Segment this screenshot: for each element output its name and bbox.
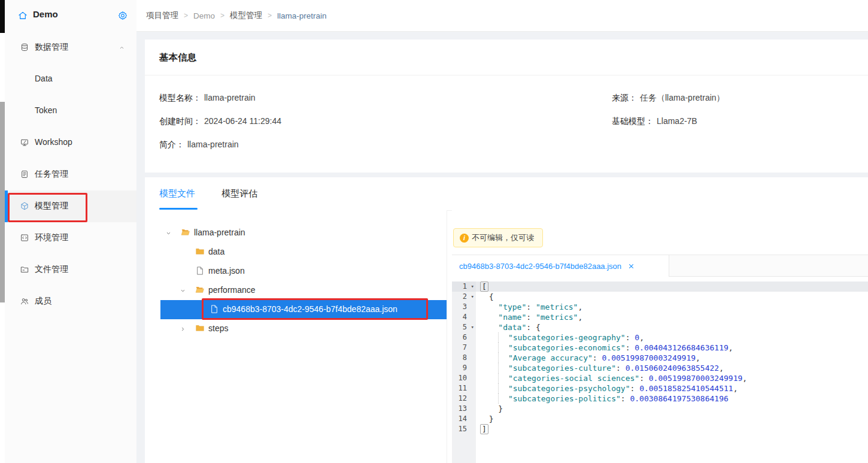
sidebar-item-label: 文件管理: [35, 264, 68, 275]
readonly-warning-text: 不可编辑，仅可读: [472, 232, 534, 243]
gutter-line-number: 5▾: [452, 322, 476, 332]
sidebar: Demo 数据管理DataTokenWorkshop任务管理模型管理环境管理文件…: [5, 0, 136, 463]
gutter-line-number: 15: [452, 424, 476, 434]
field-label: 模型名称：: [159, 93, 201, 102]
tree-row-steps[interactable]: steps: [145, 319, 447, 338]
code-line-15: 15]: [452, 424, 868, 434]
code-line-content: "subcategories-culture": 0.0150602409638…: [476, 363, 868, 373]
info-field: 简介：llama-pretrain: [159, 140, 239, 150]
model-detail-card: 模型文件 模型评估 llama-pretraindatameta.jsonper…: [145, 177, 868, 463]
sidebar-item-data-mgmt[interactable]: 数据管理: [5, 32, 136, 63]
tree-row-performance[interactable]: performance: [145, 281, 447, 300]
breadcrumb-item[interactable]: 项目管理: [146, 10, 178, 21]
fold-arrow-icon[interactable]: ▾: [471, 292, 474, 302]
sidebar-item-data[interactable]: Data: [5, 63, 136, 95]
code-line-12: 12 "subcategories-politics": 0.003086419…: [452, 394, 868, 404]
field-label: 基础模型：: [612, 116, 654, 126]
code-line-3: 3 "type": "metrics",: [452, 302, 868, 312]
folder-open-icon: [195, 285, 205, 295]
code-line-2: 2▾ {: [452, 292, 868, 302]
code-line-7: 7 "subcategories-economics": 0.004043126…: [452, 343, 868, 353]
cube-icon: [20, 201, 29, 211]
field-value: llama-pretrain: [204, 93, 256, 102]
code-line-content: "data": {: [476, 322, 868, 332]
file-tree-panel: llama-pretraindatameta.jsonperformancecb…: [145, 210, 447, 463]
gutter-line-number: 8: [452, 353, 476, 363]
tree-row-cb9468b3-8703-4dc2-9546-b7f4bde82aaa.json[interactable]: cb9468b3-8703-4dc2-9546-b7f4bde82aaa.jso…: [145, 300, 447, 319]
field-label: 创建时间：: [159, 116, 201, 126]
code-line-4: 4 "name": "metrics",: [452, 312, 868, 322]
tab-model-eval[interactable]: 模型评估: [221, 177, 257, 210]
editor-tab[interactable]: cb9468b3-8703-4dc2-9546-b7f4bde82aaa.jso…: [452, 255, 669, 277]
file-icon: [195, 266, 205, 276]
sidebar-item-label: 任务管理: [35, 169, 68, 180]
sidebar-item-file-mgmt[interactable]: 文件管理: [5, 254, 136, 286]
basic-info-card: 基本信息 模型名称：llama-pretrain创建时间：2024-06-24 …: [145, 40, 868, 173]
code-line-content: "subcategories-psychology": 0.0051858254…: [476, 383, 868, 394]
sidebar-item-workshop[interactable]: Workshop: [5, 127, 136, 159]
code-area-filler: [452, 434, 868, 463]
code-line-content: "categories-social sciences": 0.00519987…: [476, 373, 868, 383]
background-window-artifact-gray: [0, 102, 5, 302]
editor-tab-bar: cb9468b3-8703-4dc2-9546-b7f4bde82aaa.jso…: [452, 255, 868, 277]
sidebar-item-label: 成员: [35, 296, 51, 307]
code-line-content: "subcategories-economics": 0.00404312668…: [476, 343, 868, 353]
sidebar-item-env-mgmt[interactable]: 环境管理: [5, 222, 136, 254]
info-field: 创建时间：2024-06-24 11:29:44: [159, 116, 281, 127]
breadcrumb: 项目管理>Demo>模型管理>llama-pretrain: [146, 0, 327, 31]
editor-panel: i 不可编辑，仅可读 cb9468b3-8703-4dc2-9546-b7f4b…: [452, 210, 868, 463]
breadcrumb-item[interactable]: 模型管理: [230, 10, 262, 21]
sidebar-project-header[interactable]: Demo: [5, 0, 136, 31]
code-editor[interactable]: 1▾[2▾ {3 "type": "metrics",4 "name": "me…: [452, 282, 868, 463]
breadcrumb-separator: >: [268, 11, 272, 20]
sidebar-item-members[interactable]: 成员: [5, 286, 136, 317]
code-line-content: [: [476, 282, 868, 292]
folder-icon: [195, 323, 205, 333]
code-line-8: 8 "Average accuracy": 0.0051998700032499…: [452, 353, 868, 363]
code-line-14: 14 }: [452, 414, 868, 424]
chev-up-icon[interactable]: [119, 44, 125, 51]
tree-row-data[interactable]: data: [145, 243, 447, 262]
chev-down-icon[interactable]: [180, 288, 186, 294]
breadcrumb-item[interactable]: Demo: [193, 11, 215, 20]
field-value: 任务（llama-pretrain）: [640, 93, 725, 102]
gutter-line-number: 10: [452, 373, 476, 383]
gutter-line-number: 9: [452, 363, 476, 373]
tree-row-label: llama-pretrain: [194, 228, 245, 237]
app-root: Demo 数据管理DataTokenWorkshop任务管理模型管理环境管理文件…: [0, 0, 868, 463]
sidebar-item-label: Workshop: [35, 137, 72, 147]
field-label: 来源：: [612, 93, 637, 102]
sidebar-item-task-mgmt[interactable]: 任务管理: [5, 159, 136, 190]
tree-row-llama-pretrain[interactable]: llama-pretrain: [145, 223, 447, 243]
fold-arrow-icon[interactable]: ▾: [471, 282, 474, 292]
tree-row-label: performance: [208, 285, 256, 295]
chev-right-icon[interactable]: [180, 326, 186, 332]
field-value: Llama2-7B: [657, 116, 697, 126]
folder-mgmt-icon: [20, 265, 29, 274]
close-icon[interactable]: [627, 262, 635, 270]
tree-row-label: steps: [208, 323, 228, 333]
info-field: 来源：任务（llama-pretrain）: [612, 93, 725, 104]
breadcrumb-separator: >: [220, 11, 224, 20]
code-line-content: }: [476, 414, 868, 424]
workshop-icon: [20, 138, 29, 147]
gutter-line-number: 14: [452, 414, 476, 424]
tree-row-meta.json[interactable]: meta.json: [145, 262, 447, 281]
chev-down-icon[interactable]: [165, 230, 172, 237]
folder-open-icon: [181, 228, 190, 237]
tab-model-files[interactable]: 模型文件: [159, 177, 195, 210]
field-value: 2024-06-24 11:29:44: [204, 116, 281, 126]
sidebar-item-token[interactable]: Token: [5, 95, 136, 127]
gear-icon[interactable]: [117, 10, 128, 21]
file-white-icon: [210, 304, 219, 314]
divider: [145, 75, 868, 75]
breadcrumb-item[interactable]: llama-pretrain: [277, 11, 327, 20]
code-line-1: 1▾[: [452, 282, 868, 292]
sidebar-item-model-mgmt[interactable]: 模型管理: [5, 190, 136, 222]
gutter-line-number: 1▾: [452, 282, 476, 292]
tree-row-label: data: [208, 247, 224, 256]
home-icon: [17, 10, 28, 21]
topbar: 项目管理>Demo>模型管理>llama-pretrain: [136, 0, 868, 32]
code-line-5: 5▾ "data": {: [452, 322, 868, 332]
fold-arrow-icon[interactable]: ▾: [471, 322, 474, 332]
